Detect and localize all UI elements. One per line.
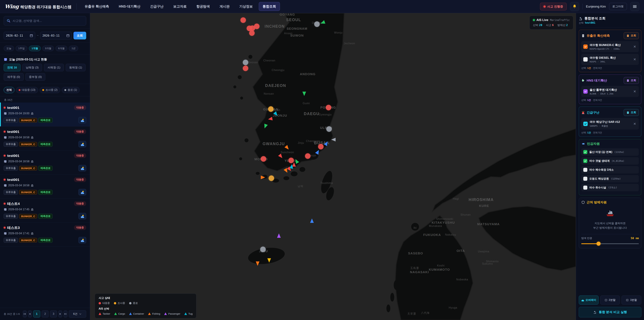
simulation-item[interactable]: 여수항 BUNKER-C 확산KOSPS+OpenDrift · 150kL✕ xyxy=(581,41,639,52)
checkbox[interactable] xyxy=(583,89,588,94)
view-mode-2분할[interactable]: 2분할 xyxy=(600,295,620,304)
checkbox[interactable] xyxy=(583,45,588,49)
quick-range-1주일[interactable]: 1주일 xyxy=(16,46,27,51)
search-input[interactable] xyxy=(12,19,83,23)
map-canvas[interactable]: GOYANGSEOULINCHEONSEONGNAMAnsanSUWONWonj… xyxy=(90,13,576,320)
incident-card-테스트3[interactable]: 테스트3대응중2026-03-04 17:41유류유출BUNKER_C예측완료 xyxy=(0,222,90,246)
region-chip-전체 16[interactable]: 전체 16 xyxy=(4,64,20,71)
incident-marker[interactable] xyxy=(305,153,310,159)
checkbox[interactable] xyxy=(583,177,587,181)
page-button-3[interactable]: 3 xyxy=(50,310,57,317)
incident-inprogress-badge[interactable]: 사고 진행중 xyxy=(540,3,567,11)
status-filter-종료 (1)[interactable]: 종료 (1) xyxy=(62,87,80,93)
incident-marker[interactable] xyxy=(318,144,324,149)
nav-item-유출유 확산예측[interactable]: 유출유 확산예측 xyxy=(81,2,113,11)
weather-button[interactable] xyxy=(78,165,86,171)
hns-query-button[interactable]: 조회 xyxy=(624,77,639,84)
simulation-item[interactable]: 울산 톨루엔 대기확산ALOHA · IDLH 1.2km✕ xyxy=(581,86,639,97)
incident-card-test001[interactable]: test001대응중2026-03-04 19:00유류유출BUNKER_C예측… xyxy=(0,103,90,127)
nav-item-긴급구난[interactable]: 긴급구난 xyxy=(146,2,167,11)
region-chip-서해청 (1)[interactable]: 서해청 (1) xyxy=(44,64,64,71)
nav-item-통합조회[interactable]: 통합조회 xyxy=(259,2,280,11)
incident-card-test001[interactable]: test001대응중2026-03-04 18:58유류유출BUNKER_C예측… xyxy=(0,175,90,198)
incident-marker[interactable] xyxy=(268,176,274,181)
simulation-item[interactable]: 여수 해상구난 SAR #12SAROPS · 확률맵✕ xyxy=(581,118,639,130)
first-page-button[interactable] xyxy=(23,310,27,317)
hamburger-menu-button[interactable] xyxy=(630,2,639,11)
checkbox[interactable] xyxy=(583,150,587,154)
resource-item[interactable]: 여수 취수시설(2개소) xyxy=(581,184,639,191)
run-analysis-button[interactable]: 통합 분석 비교 실행 xyxy=(579,307,641,317)
resource-item[interactable]: 여수 갯벌 생태계(4,013ha) xyxy=(581,157,639,165)
close-icon[interactable]: ✕ xyxy=(632,45,637,49)
page-button-2[interactable]: 2 xyxy=(42,310,49,317)
resource-item[interactable]: 돌산 어장 (김·전복)(131ha) xyxy=(581,148,639,156)
checkbox[interactable] xyxy=(583,122,588,126)
incident-marker[interactable] xyxy=(314,21,320,27)
weather-button[interactable] xyxy=(78,237,86,243)
checkbox[interactable] xyxy=(583,186,587,190)
quick-range-3개월[interactable]: 3개월 xyxy=(42,46,54,51)
nav-item-보고자료[interactable]: 보고자료 xyxy=(170,2,190,11)
incident-search-box[interactable] xyxy=(4,16,86,26)
incident-card-테스트4[interactable]: 테스트4대응중2026-03-04 17:45유류유출BUNKER_C예측완료 xyxy=(0,198,90,222)
date-from-input[interactable]: 2026-02-11 xyxy=(4,32,35,40)
close-icon[interactable]: ✕ xyxy=(632,122,637,126)
incident-marker[interactable] xyxy=(260,247,266,252)
nav-item-게시판[interactable]: 게시판 xyxy=(216,2,233,11)
notification-button[interactable] xyxy=(570,2,579,11)
slider-thumb[interactable] xyxy=(596,242,600,246)
last-page-button[interactable] xyxy=(64,310,68,317)
incident-marker[interactable] xyxy=(288,158,294,163)
close-icon[interactable]: ✕ xyxy=(632,89,637,94)
rescue-query-button[interactable]: 조회 xyxy=(624,109,639,116)
incident-marker[interactable] xyxy=(250,25,255,31)
region-chip-제주청 (0)[interactable]: 제주청 (0) xyxy=(4,73,24,81)
date-query-button[interactable]: 조회 xyxy=(74,32,86,40)
date-to-input[interactable]: 2026-03-11 xyxy=(40,32,72,40)
checkbox[interactable] xyxy=(583,168,587,172)
oil-query-button[interactable]: 조회 xyxy=(624,32,639,39)
incident-card-test001[interactable]: test001대응중2026-03-04 18:58유류유출BUNKER_C예측… xyxy=(0,127,90,151)
incident-marker[interactable] xyxy=(243,66,248,71)
incident-marker[interactable] xyxy=(268,106,274,112)
nav-item-항공탐색[interactable]: 항공탐색 xyxy=(193,2,214,11)
incident-card-test001[interactable]: test001대응중2026-03-04 18:58유류유출BUNKER_C예측… xyxy=(0,151,90,175)
incident-marker[interactable] xyxy=(243,60,248,65)
simulation-item[interactable]: 여수항 DIESEL 확산KOSPS · 30kL✕ xyxy=(581,54,639,65)
incident-marker[interactable] xyxy=(261,156,266,162)
next-page-button[interactable] xyxy=(58,310,62,317)
region-chip-동해청 (1)[interactable]: 동해청 (1) xyxy=(66,64,86,71)
prev-page-button[interactable] xyxy=(28,310,32,317)
incident-marker[interactable] xyxy=(249,30,254,36)
nav-item-기상정보[interactable]: 기상정보 xyxy=(236,2,256,11)
page-size-select[interactable]: 6건 xyxy=(69,310,86,318)
weather-button[interactable] xyxy=(78,213,86,219)
resource-item[interactable]: 오동도 해상공원(125ha) xyxy=(581,175,639,182)
incident-marker[interactable] xyxy=(326,105,332,110)
status-filter-전체[interactable]: 전체 xyxy=(4,87,14,93)
view-mode-3분할[interactable]: 3분할 xyxy=(622,295,641,304)
page-button-1[interactable]: 1 xyxy=(33,310,40,317)
close-icon[interactable]: ✕ xyxy=(632,57,637,61)
region-chip-중부청 (0)[interactable]: 중부청 (0) xyxy=(26,73,46,81)
checkbox[interactable] xyxy=(583,57,588,62)
status-filter-대응중 (13)[interactable]: 대응중 (13) xyxy=(16,87,38,93)
region-chip-남해청 (3)[interactable]: 남해청 (3) xyxy=(22,64,42,71)
quick-range-1년[interactable]: 1년 xyxy=(69,46,78,51)
quick-range-1개월[interactable]: 1개월 xyxy=(29,46,40,51)
checkbox[interactable] xyxy=(583,159,587,163)
status-filter-조사중 (2)[interactable]: 조사중 (2) xyxy=(40,87,60,93)
weather-button[interactable] xyxy=(78,117,86,123)
weather-button[interactable] xyxy=(78,189,86,195)
quick-range-오늘[interactable]: 오늘 xyxy=(4,46,14,51)
logout-button[interactable]: 로그아웃 xyxy=(609,3,627,10)
incident-marker[interactable] xyxy=(240,18,246,23)
resource-item[interactable]: 여수 해수욕장 3개소 xyxy=(581,166,639,173)
weather-button[interactable] xyxy=(78,141,86,147)
view-mode-오버레이[interactable]: 오버레이 xyxy=(579,295,598,304)
incident-marker[interactable] xyxy=(326,126,332,132)
radius-slider[interactable] xyxy=(581,241,639,246)
nav-item-HNS·대기확산[interactable]: HNS·대기확산 xyxy=(115,2,144,11)
quick-range-6개월[interactable]: 6개월 xyxy=(56,46,67,51)
